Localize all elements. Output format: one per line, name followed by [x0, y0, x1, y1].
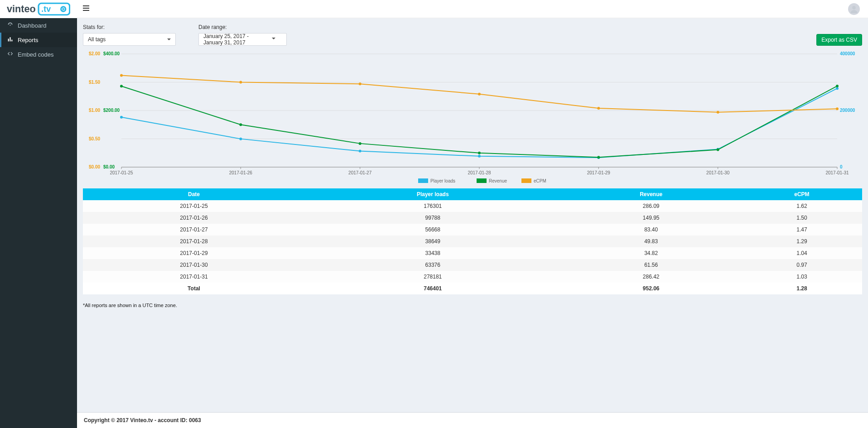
table-cell: 63376: [305, 259, 560, 271]
footer-text: Copyright © 2017 Vinteo.tv - account ID:…: [84, 417, 201, 423]
table-cell: 1.28: [742, 283, 862, 294]
svg-point-61: [836, 107, 839, 110]
svg-rect-64: [477, 178, 487, 183]
sidebar-item-embed-codes[interactable]: Embed codes: [0, 47, 77, 62]
table-cell: Total: [83, 283, 305, 294]
sidebar-item-dashboard[interactable]: Dashboard: [0, 18, 77, 33]
date-range-value: January 25, 2017 - January 31, 2017: [203, 33, 269, 46]
menu-toggle[interactable]: [77, 5, 95, 13]
svg-text:2017-01-26: 2017-01-26: [229, 170, 253, 175]
table-cell: 49.83: [560, 236, 741, 247]
report-chart: $0.00$0.50$1.00$1.50$2.00$0.00$200.00$40…: [83, 49, 862, 187]
svg-point-48: [120, 85, 123, 87]
svg-text:0: 0: [840, 164, 843, 169]
date-range-label: Date range:: [198, 24, 287, 30]
svg-text:$0.00: $0.00: [103, 164, 115, 169]
svg-point-42: [239, 138, 242, 140]
table-cell: 1.03: [742, 271, 862, 283]
svg-text:2017-01-31: 2017-01-31: [825, 170, 849, 175]
svg-point-51: [478, 152, 481, 154]
table-cell: 278181: [305, 271, 560, 283]
table-total-row: Total746401952.061.28: [83, 283, 862, 294]
code-icon: [7, 51, 13, 58]
table-header: Player loads: [305, 188, 560, 200]
table-cell: 61.56: [560, 259, 741, 271]
table-row: 2017-01-306337661.560.97: [83, 259, 862, 271]
table-cell: 2017-01-26: [83, 212, 305, 224]
svg-point-55: [120, 74, 123, 77]
brand-logo[interactable]: vinteo .tv: [0, 0, 77, 18]
svg-text:2017-01-25: 2017-01-25: [110, 170, 133, 175]
chart-icon: [7, 36, 13, 43]
export-csv-button[interactable]: Export as CSV: [816, 34, 862, 46]
svg-point-58: [478, 93, 481, 96]
table-header: Date: [83, 188, 305, 200]
svg-text:2017-01-28: 2017-01-28: [468, 170, 491, 175]
timezone-note: *All reports are shown in a UTC time zon…: [83, 303, 862, 308]
svg-point-54: [836, 85, 839, 87]
table-row: 2017-01-25176301286.091.62: [83, 200, 862, 212]
table-cell: 83.40: [560, 224, 741, 236]
svg-text:$1.50: $1.50: [89, 80, 100, 85]
svg-text:400000: 400000: [840, 51, 855, 56]
svg-point-52: [597, 156, 600, 159]
table-cell: 176301: [305, 200, 560, 212]
filters-row: Stats for: All tags Date range: January …: [83, 24, 862, 46]
table-cell: 1.29: [742, 236, 862, 247]
svg-text:$0.00: $0.00: [89, 164, 100, 169]
svg-text:vinteo: vinteo: [7, 3, 36, 14]
user-avatar[interactable]: [848, 3, 860, 15]
table-cell: 1.47: [742, 224, 862, 236]
svg-rect-8: [10, 37, 10, 41]
table-row: 2017-01-283864949.831.29: [83, 236, 862, 247]
svg-text:Revenue: Revenue: [489, 178, 507, 183]
svg-rect-66: [521, 178, 531, 183]
report-table: DatePlayer loadsRevenueeCPM 2017-01-2517…: [83, 188, 862, 294]
svg-text:$2.00: $2.00: [89, 51, 100, 56]
sidebar: Dashboard Reports Embed codes: [0, 18, 77, 428]
svg-point-41: [120, 116, 123, 119]
table-cell: 2017-01-29: [83, 247, 305, 259]
table-header: Revenue: [560, 188, 741, 200]
svg-point-5: [852, 6, 856, 10]
svg-text:$1.00: $1.00: [89, 108, 100, 113]
svg-text:.tv: .tv: [41, 5, 51, 14]
table-cell: 56668: [305, 224, 560, 236]
table-cell: 286.42: [560, 271, 741, 283]
table-row: 2017-01-293343834.821.04: [83, 247, 862, 259]
table-cell: 33438: [305, 247, 560, 259]
table-cell: 149.95: [560, 212, 741, 224]
stats-for-select[interactable]: All tags: [83, 33, 176, 46]
svg-point-43: [359, 150, 362, 153]
svg-text:200000: 200000: [840, 108, 855, 113]
table-header: eCPM: [742, 188, 862, 200]
date-range-picker[interactable]: January 25, 2017 - January 31, 2017: [198, 33, 287, 46]
chevron-down-icon: [272, 38, 275, 41]
svg-point-57: [359, 82, 362, 85]
svg-point-53: [717, 149, 719, 151]
svg-point-56: [239, 81, 242, 84]
table-cell: 1.50: [742, 212, 862, 224]
table-cell: 1.62: [742, 200, 862, 212]
svg-text:Player loads: Player loads: [430, 178, 455, 183]
table-cell: 746401: [305, 283, 560, 294]
svg-text:2017-01-30: 2017-01-30: [706, 170, 730, 175]
svg-rect-9: [11, 40, 12, 42]
footer: Copyright © 2017 Vinteo.tv - account ID:…: [77, 412, 868, 428]
svg-text:eCPM: eCPM: [534, 178, 546, 183]
svg-text:2017-01-27: 2017-01-27: [348, 170, 372, 175]
svg-text:$0.50: $0.50: [89, 136, 100, 141]
stats-for-label: Stats for:: [83, 24, 176, 30]
top-bar: vinteo .tv: [0, 0, 868, 18]
svg-text:$200.00: $200.00: [103, 108, 120, 113]
table-cell: 38649: [305, 236, 560, 247]
dashboard-icon: [7, 22, 13, 29]
table-cell: 2017-01-30: [83, 259, 305, 271]
svg-point-49: [239, 123, 242, 126]
svg-point-50: [359, 142, 362, 145]
svg-point-47: [836, 87, 839, 90]
svg-point-6: [10, 25, 10, 26]
sidebar-item-reports[interactable]: Reports: [0, 33, 77, 47]
sidebar-item-label: Reports: [18, 37, 39, 43]
table-row: 2017-01-31278181286.421.03: [83, 271, 862, 283]
